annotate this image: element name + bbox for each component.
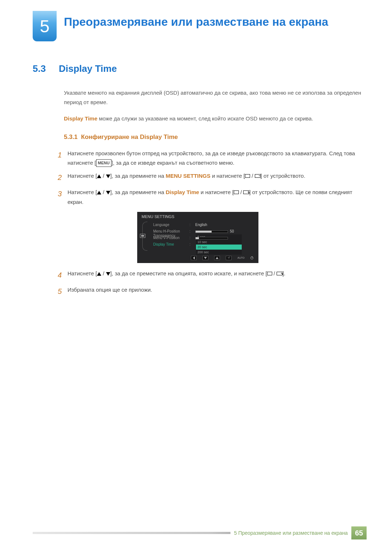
section-header: 5.3 Display Time: [33, 63, 363, 74]
step-text: Натиснете [ / ], за да преминете на Disp…: [68, 188, 363, 207]
osd-enter-button: ⏎: [226, 256, 232, 260]
step-number: 1: [53, 149, 62, 168]
menu-settings-label: MENU SETTINGS: [166, 173, 210, 179]
osd-screenshot: MENU SETTINGS Language : English Menu H-…: [137, 212, 258, 263]
step-number: 2: [53, 171, 62, 184]
power-icon: [250, 257, 253, 259]
svg-rect-1: [141, 235, 144, 237]
chapter-header: 5 Преоразмеряване или разместване на екр…: [33, 11, 363, 41]
osd-option-selected: 20 sec: [196, 245, 242, 250]
osd-option: 200 sec: [196, 250, 242, 255]
up-icon: [97, 272, 101, 276]
chapter-number-badge: 5: [33, 11, 57, 41]
step-number: 4: [53, 269, 62, 282]
intro-paragraph-1: Указвате менюто на екранния дисплей (OSD…: [64, 88, 363, 107]
menu-keycap: MENU: [96, 159, 111, 167]
slider-icon: [195, 237, 228, 239]
section-number: 5.3: [33, 63, 53, 74]
up-icon: [97, 175, 101, 178]
display-time-label: Display Time: [64, 115, 97, 122]
source-icon: [245, 174, 250, 178]
step-1: 1 Натиснете произволен бутон отпред на у…: [53, 149, 363, 168]
subsection-number: 5.3.1: [64, 134, 78, 140]
section-title: Display Time: [59, 63, 117, 74]
down-icon: [106, 191, 110, 194]
enter-icon: [255, 174, 261, 178]
down-icon: [106, 175, 110, 178]
osd-back-button: [191, 256, 197, 260]
footer-text: 5 Преоразмеряване или разместване на екр…: [234, 530, 348, 536]
step-text: Натиснете [ / ], за да се преместите на …: [68, 269, 285, 282]
enter-icon: [277, 272, 282, 275]
step-5: 5 Избраната опция ще се приложи.: [53, 285, 363, 298]
step-2: 2 Натиснете [ / ], за да преминете на ME…: [53, 171, 363, 184]
osd-down-button: [203, 256, 208, 260]
osd-auto-label: AUTO: [237, 257, 245, 259]
step-4: 4 Натиснете [ / ], за да се преместите н…: [53, 269, 363, 282]
page-footer: 5 Преоразмеряване или разместване на екр…: [0, 526, 392, 539]
display-time-strong: Display Time: [166, 189, 199, 195]
osd-tab-icon: [140, 234, 146, 239]
up-icon: [97, 191, 101, 194]
enter-icon: [243, 190, 249, 194]
osd-title: MENU SETTINGS: [137, 212, 258, 222]
source-icon: [267, 272, 272, 275]
step-3: 3 Натиснете [ / ], за да преминете на Di…: [53, 188, 363, 207]
chapter-title: Преоразмеряване или разместване на екран…: [64, 11, 328, 29]
osd-option: 10 sec: [196, 239, 242, 245]
osd-row-language: Language : English: [151, 222, 255, 228]
subsection-header: 5.3.1 Конфигуриране на Display Time: [64, 134, 363, 141]
page-number: 65: [351, 526, 367, 539]
osd-up-button: [214, 256, 220, 260]
step-text: Натиснете произволен бутон отпред на уст…: [68, 149, 363, 168]
step-number: 5: [53, 285, 62, 298]
subsection-title: Конфигуриране на Display Time: [81, 134, 178, 140]
step-number: 3: [53, 188, 62, 207]
intro-paragraph-2: Display Time може да служи за указване н…: [64, 114, 363, 123]
osd-side-indicator: [139, 222, 151, 251]
step-text: Натиснете [ / ], за да преминете на MENU…: [68, 171, 305, 184]
slider-icon: [195, 230, 228, 233]
osd-button-bar: ⏎ AUTO: [137, 254, 258, 262]
step-text: Избраната опция ще се приложи.: [68, 285, 152, 298]
source-icon: [234, 190, 239, 194]
footer-divider: [33, 532, 230, 534]
down-icon: [106, 272, 110, 276]
osd-row-display-time: Display Time : 5 sec 10 sec 20 sec 200 s…: [151, 241, 255, 248]
